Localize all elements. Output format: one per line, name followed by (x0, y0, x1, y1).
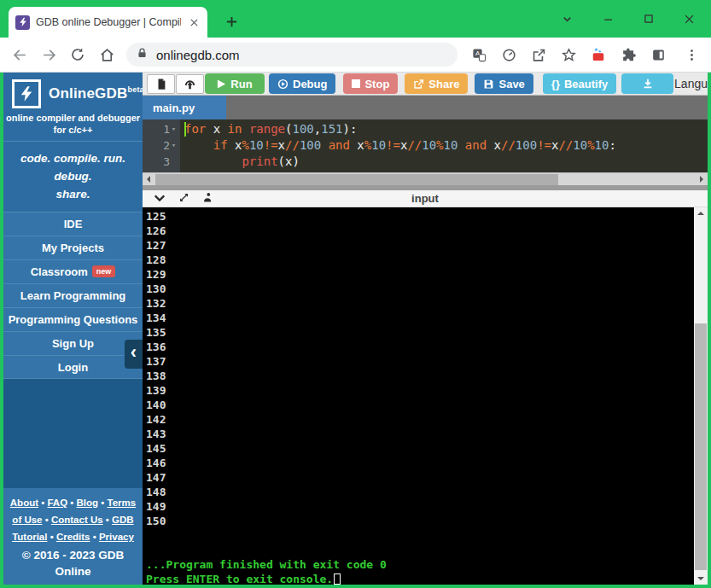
console-output-line: 149 (146, 499, 691, 514)
run-button[interactable]: Run (205, 73, 265, 94)
sidebar-item-label: Learn Programming (20, 289, 126, 302)
console-output-line: 130 (146, 282, 691, 296)
line-number: 2▾ (143, 137, 180, 154)
bookmark-star-icon[interactable] (559, 45, 578, 64)
sidebar-spacer (3, 379, 143, 488)
console-output-line: 145 (146, 441, 691, 456)
sidebar-item-learn-programming[interactable]: Learn Programming (3, 283, 143, 307)
reload-icon[interactable] (68, 45, 87, 64)
scroll-left-arrow[interactable] (143, 173, 154, 185)
minimize-button[interactable] (598, 9, 617, 28)
console-header: input (143, 190, 708, 207)
console-vscrollbar[interactable] (694, 207, 708, 585)
download-button[interactable] (621, 73, 673, 94)
code-line: for x in range(100,151): (180, 121, 708, 137)
console-output-line: 148 (146, 485, 691, 499)
upload-project-button[interactable] (176, 74, 204, 94)
debug-button[interactable]: Debug (269, 73, 335, 94)
sidebar-item-sign-up[interactable]: Sign Up (3, 331, 143, 355)
scroll-down-arrow[interactable] (694, 573, 708, 585)
browser-menu-icon[interactable] (682, 45, 701, 64)
url-field[interactable]: onlinegdb.com (126, 43, 457, 67)
stop-button[interactable]: Stop (343, 73, 398, 94)
browser-tab[interactable]: GDB online Debugger | Compile (9, 7, 207, 38)
ide-toolbar: Run Debug Stop Share Save (143, 73, 708, 96)
footer-link-about[interactable]: About (10, 498, 38, 508)
beautify-button[interactable]: {} Beautify (543, 73, 616, 94)
editor-code[interactable]: for x in range(100,151): if x%10!=x//100… (180, 119, 708, 172)
console-output-line (146, 528, 691, 543)
code-editor[interactable]: 1▾2▾3 for x in range(100,151): if x%10!=… (143, 119, 708, 172)
forward-icon[interactable] (39, 45, 58, 64)
file-tab-mainpy[interactable]: main.py (143, 96, 226, 119)
share-page-icon[interactable] (529, 45, 548, 64)
extension-red-icon[interactable] (589, 45, 608, 64)
braces-icon: {} (551, 78, 560, 90)
console-stdin-user-icon[interactable] (202, 191, 213, 207)
footer-separator: • (67, 498, 76, 508)
console-expand-icon[interactable] (178, 191, 189, 207)
scroll-right-arrow[interactable] (696, 173, 708, 185)
footer-separator: • (38, 498, 47, 508)
vscroll-thumb[interactable] (695, 323, 707, 570)
console-output-line: 136 (146, 340, 691, 354)
address-bar: onlinegdb.com A (0, 38, 711, 73)
share-button[interactable]: Share (405, 73, 468, 94)
side-panel-icon[interactable] (649, 45, 667, 64)
fold-arrow-icon[interactable]: ▾ (170, 137, 178, 154)
console-output-line: 140 (146, 398, 691, 412)
sidebar-item-label: My Projects (42, 242, 104, 254)
debug-icon (277, 79, 288, 90)
copyright: © 2016 - 2023 GDB Online (6, 547, 140, 579)
maximize-button[interactable] (639, 9, 658, 28)
footer-link-credits[interactable]: Credits (56, 532, 90, 542)
save-button[interactable]: Save (475, 73, 533, 94)
back-icon[interactable] (10, 45, 29, 64)
footer-separator: • (47, 532, 55, 542)
language-label[interactable]: Langu (674, 77, 708, 90)
scroll-up-arrow[interactable] (694, 207, 708, 219)
new-tab-button[interactable] (222, 12, 241, 31)
console-output-line: 128 (146, 253, 691, 267)
new-badge: new (92, 265, 116, 277)
tab-title: GDB online Debugger | Compile (36, 16, 181, 28)
console-output-line: 146 (146, 456, 691, 470)
onlinegdb-favicon (15, 15, 30, 30)
console-output-line: 129 (146, 267, 691, 282)
sidebar-item-label: Login (58, 361, 88, 374)
console-output-pane[interactable]: 1251261271281291301321341351361371381391… (143, 207, 708, 585)
footer-link-contact-us[interactable]: Contact Us (51, 515, 103, 525)
sidebar-item-login[interactable]: Login (3, 355, 143, 379)
share-icon (413, 79, 424, 90)
gauge-icon[interactable] (499, 45, 518, 64)
brand-name: OnlineGDBbeta (49, 85, 144, 102)
sidebar-item-programming-questions[interactable]: Programming Questions (3, 307, 143, 331)
sidebar-item-classroom[interactable]: Classroomnew (3, 259, 143, 283)
footer-link-privacy[interactable]: Privacy (99, 532, 134, 542)
footer-link-faq[interactable]: FAQ (47, 498, 67, 508)
sidebar-item-my-projects[interactable]: My Projects (3, 236, 143, 259)
brand-row[interactable]: OnlineGDBbeta (3, 73, 143, 110)
close-window-button[interactable] (679, 9, 698, 28)
hscroll-thumb[interactable] (155, 174, 558, 185)
sidebar-item-ide[interactable]: IDE (3, 212, 143, 236)
footer-separator: • (90, 532, 99, 542)
home-icon[interactable] (97, 45, 116, 64)
footer-links: About • FAQ • Blog • Terms of Use • Cont… (6, 494, 140, 545)
chevron-down-icon[interactable] (558, 9, 577, 28)
footer-link-blog[interactable]: Blog (77, 498, 99, 508)
translate-icon[interactable]: A (469, 45, 488, 64)
console-output-line: 143 (146, 427, 691, 441)
extensions-puzzle-icon[interactable] (619, 45, 638, 64)
editor-hscrollbar[interactable] (143, 172, 708, 185)
sidebar-collapse-button[interactable]: ‹ (125, 340, 143, 369)
tab-close-icon[interactable] (187, 15, 201, 29)
download-icon (642, 78, 654, 90)
workspace: Run Debug Stop Share Save (143, 73, 708, 585)
console-output-line: 142 (146, 412, 691, 427)
save-icon (483, 79, 494, 90)
fold-arrow-icon[interactable]: ▾ (170, 121, 178, 137)
lock-icon[interactable] (137, 47, 148, 62)
new-file-button[interactable] (147, 74, 175, 94)
console-collapse-icon[interactable] (154, 191, 166, 207)
